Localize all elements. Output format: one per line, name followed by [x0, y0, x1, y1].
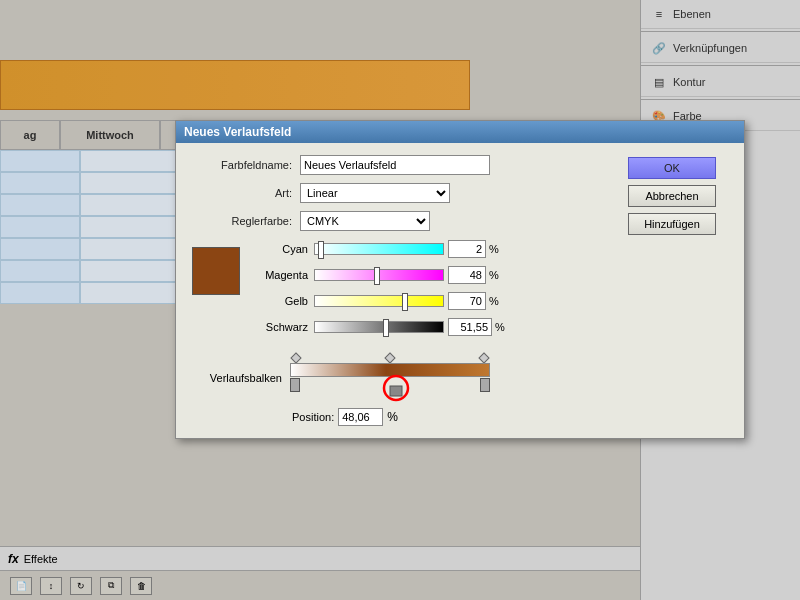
neues-verlaufsfeld-dialog: Neues Verlaufsfeld Farbfeldname: Art: Li… — [175, 120, 745, 439]
schwarz-track[interactable] — [314, 321, 444, 333]
verlauf-left-handle[interactable] — [290, 378, 300, 392]
schwarz-label: Schwarz — [248, 321, 308, 333]
dialog-title: Neues Verlaufsfeld — [184, 125, 291, 139]
svg-rect-1 — [390, 386, 402, 396]
reglerfarbe-select[interactable]: CMYK — [300, 211, 430, 231]
cyan-slider-row: Cyan % — [248, 239, 612, 259]
verlauf-right-diamond-top[interactable] — [478, 352, 489, 363]
reglerfarbe-row: Reglerfarbe: CMYK — [192, 211, 612, 231]
verlauf-mid-diamond-top[interactable] — [384, 352, 395, 363]
verlauf-bar-row: Verlaufsbalken — [192, 353, 612, 402]
farbfeldname-row: Farbfeldname: — [192, 155, 612, 175]
position-label: Position: — [292, 411, 334, 423]
gelb-pct: % — [489, 295, 499, 307]
slider-area: Cyan % Magenta % — [192, 239, 612, 343]
ok-button[interactable]: OK — [628, 157, 716, 179]
farbfeldname-input[interactable] — [300, 155, 490, 175]
magenta-thumb[interactable] — [374, 267, 380, 285]
cyan-thumb[interactable] — [318, 241, 324, 259]
farbfeldname-label: Farbfeldname: — [192, 159, 292, 171]
dialog-buttons: OK Abbrechen Hinzufügen — [628, 155, 728, 426]
cyan-value-input[interactable] — [448, 240, 486, 258]
schwarz-value-input[interactable] — [448, 318, 492, 336]
art-label: Art: — [192, 187, 292, 199]
magenta-pct: % — [489, 269, 499, 281]
position-input[interactable] — [338, 408, 383, 426]
schwarz-slider-row: Schwarz % — [248, 317, 612, 337]
dialog-body: Farbfeldname: Art: Linear Reglerfarbe: C… — [176, 143, 744, 438]
cyan-pct: % — [489, 243, 499, 255]
color-preview-box — [192, 247, 240, 295]
verlauf-right-handle[interactable] — [480, 378, 490, 392]
magenta-track[interactable] — [314, 269, 444, 281]
gelb-track[interactable] — [314, 295, 444, 307]
position-row: Position: % — [192, 408, 612, 426]
cyan-label: Cyan — [248, 243, 308, 255]
gelb-slider-row: Gelb % — [248, 291, 612, 311]
cyan-track[interactable] — [314, 243, 444, 255]
gelb-label: Gelb — [248, 295, 308, 307]
reglerfarbe-label: Reglerfarbe: — [192, 215, 292, 227]
gelb-value-input[interactable] — [448, 292, 486, 310]
verlauf-bar-container — [290, 353, 490, 402]
art-row: Art: Linear — [192, 183, 612, 203]
verlauf-section: Verlaufsbalken — [192, 353, 612, 426]
art-select[interactable]: Linear — [300, 183, 450, 203]
position-pct: % — [387, 410, 398, 424]
magenta-value-input[interactable] — [448, 266, 486, 284]
dialog-form: Farbfeldname: Art: Linear Reglerfarbe: C… — [192, 155, 612, 426]
schwarz-thumb[interactable] — [383, 319, 389, 337]
magenta-label: Magenta — [248, 269, 308, 281]
abbrechen-button[interactable]: Abbrechen — [628, 185, 716, 207]
verlauf-label: Verlaufsbalken — [192, 372, 282, 384]
dialog-titlebar: Neues Verlaufsfeld — [176, 121, 744, 143]
schwarz-pct: % — [495, 321, 505, 333]
gelb-thumb[interactable] — [402, 293, 408, 311]
sliders-container: Cyan % Magenta % — [248, 239, 612, 343]
verlauf-center-handle-group[interactable] — [382, 374, 410, 402]
magenta-slider-row: Magenta % — [248, 265, 612, 285]
hinzufuegen-button[interactable]: Hinzufügen — [628, 213, 716, 235]
verlauf-left-diamond-top[interactable] — [290, 352, 301, 363]
